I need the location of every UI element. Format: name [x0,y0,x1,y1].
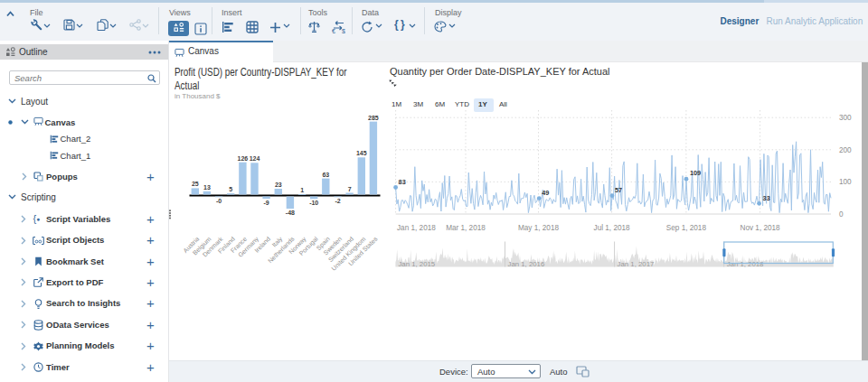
svg-text:-10: -10 [309,200,318,206]
svg-text:7: 7 [348,186,352,192]
svg-text:300: 300 [839,114,852,122]
svg-text:May 1, 2018: May 1, 2018 [518,224,560,232]
svg-text:57: 57 [615,186,622,194]
svg-text:1: 1 [300,187,304,193]
svg-text:0: 0 [839,210,844,219]
svg-text:63: 63 [322,172,329,178]
svg-text:Jan 1, 2015: Jan 1, 2015 [398,260,435,268]
svg-text:49: 49 [542,189,549,197]
svg-text:Jul 1, 2018: Jul 1, 2018 [594,224,631,232]
svg-text:Nov 1, 2018: Nov 1, 2018 [741,224,781,232]
svg-text:●: ● [37,216,41,222]
svg-text:5: 5 [229,186,232,192]
svg-text:23: 23 [275,182,282,188]
svg-text:83: 83 [399,178,406,186]
svg-text:100: 100 [839,178,852,186]
svg-text:-48: -48 [286,210,295,216]
svg-text:Mar 1, 2018: Mar 1, 2018 [446,224,486,232]
svg-text:109: 109 [690,169,701,177]
svg-text:25: 25 [192,181,199,187]
svg-text:$: $ [342,28,345,34]
svg-text:€: € [332,28,335,34]
svg-text:-0: -0 [216,198,222,204]
svg-text:200: 200 [839,146,852,154]
svg-text:13: 13 [203,184,211,191]
svg-text:-9: -9 [263,200,269,206]
svg-text:Sep 1, 2018: Sep 1, 2018 [666,224,707,232]
svg-text:285: 285 [368,115,379,121]
svg-text:126: 126 [238,155,249,162]
svg-text:Jan 1, 2016: Jan 1, 2016 [508,260,545,268]
svg-text:124: 124 [250,155,260,162]
svg-text:145: 145 [356,150,367,156]
svg-text:-2: -2 [335,198,340,204]
svg-text:33: 33 [763,194,770,202]
svg-text:Jan 1, 2018: Jan 1, 2018 [397,224,436,232]
svg-text:Jan 1, 2017: Jan 1, 2017 [618,260,655,268]
